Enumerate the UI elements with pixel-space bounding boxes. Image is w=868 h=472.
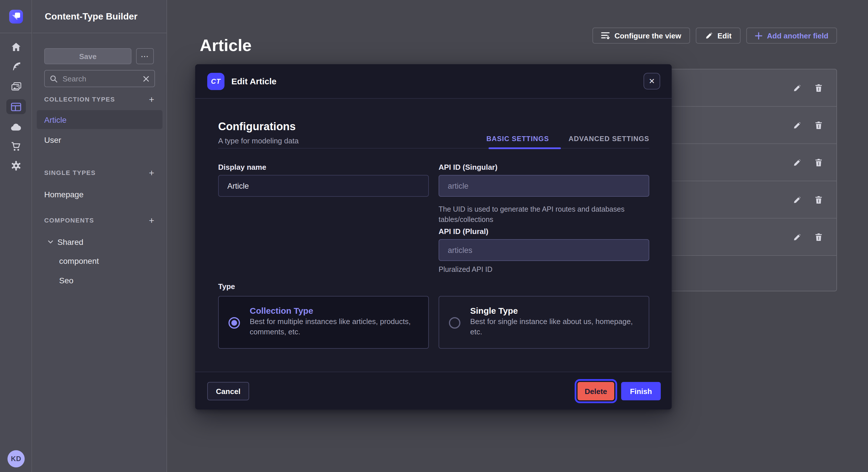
display-name-input[interactable] (218, 175, 429, 197)
add-another-field-button[interactable]: Add another field (746, 28, 837, 43)
api-id-plural-label: API ID (Plural) (439, 227, 649, 236)
cloud-icon[interactable] (0, 119, 32, 135)
marketplace-cart-icon[interactable] (0, 138, 32, 154)
section-title: Configurations (218, 121, 296, 133)
row-delete-trash-icon[interactable] (812, 156, 826, 169)
group-label: Shared (57, 237, 83, 246)
plus-icon (755, 32, 763, 39)
tab-basic-settings[interactable]: BASIC SETTINGS (487, 135, 549, 143)
section-subtitle: A type for modeling data (218, 136, 299, 145)
sidebar-item-homepage[interactable]: Homepage (37, 185, 162, 204)
component-group-shared[interactable]: Shared (48, 232, 83, 251)
option-title: Collection Type (250, 306, 313, 315)
row-delete-trash-icon[interactable] (812, 193, 826, 206)
content-type-builder-icon (11, 102, 21, 111)
search-icon (50, 75, 57, 82)
option-title: Single Type (470, 306, 518, 315)
api-id-plural-help: Pluralized API ID (439, 264, 649, 275)
configure-view-label: Configure the view (615, 31, 681, 40)
sidebar-item-article[interactable]: Article (37, 110, 162, 129)
more-actions-button[interactable]: ⋯ (136, 48, 154, 64)
sidebar-item-label: component (59, 256, 99, 265)
home-icon[interactable] (0, 39, 32, 55)
user-avatar[interactable]: KD (7, 450, 25, 467)
single-type-option[interactable]: Single Type Best for single instance lik… (439, 296, 649, 349)
page-title: Article (200, 36, 252, 55)
add-field-label: Add another field (767, 31, 828, 40)
sidebar-item-user[interactable]: User (37, 130, 162, 149)
tabs-divider (218, 148, 649, 148)
row-edit-pencil-icon[interactable] (790, 156, 804, 169)
tab-advanced-settings[interactable]: ADVANCED SETTINGS (569, 135, 649, 143)
settings-gear-icon[interactable] (0, 158, 32, 174)
clear-search-icon[interactable] (143, 75, 149, 82)
components-label: COMPONENTS (44, 217, 94, 224)
save-button[interactable]: Save (44, 48, 131, 64)
cancel-button[interactable]: Cancel (207, 382, 249, 400)
edit-button[interactable]: Edit (696, 28, 741, 43)
option-description: Best for multiple instances like article… (250, 316, 420, 337)
radio-selected-icon (228, 317, 240, 329)
add-component-button[interactable]: + (147, 216, 156, 225)
sidebar-item-label: Homepage (44, 190, 84, 199)
sidebar-item-component[interactable]: component (59, 251, 99, 270)
add-single-type-button[interactable]: + (147, 168, 156, 177)
sidebar-item-label: Seo (59, 276, 73, 285)
content-type-badge: CT (207, 73, 224, 90)
delete-button[interactable]: Delete (578, 382, 614, 400)
pencil-icon (705, 32, 713, 40)
ctb-subnav: Content-Type Builder Save ⋯ COLLECTION T… (33, 0, 167, 472)
api-id-singular-label: API ID (Singular) (439, 163, 649, 171)
single-types-label: SINGLE TYPES (44, 169, 96, 176)
row-edit-pencil-icon[interactable] (790, 230, 804, 244)
radio-unselected-icon (449, 317, 460, 329)
close-icon[interactable]: ✕ (644, 73, 660, 90)
collection-type-option[interactable]: Collection Type Best for multiple instan… (218, 296, 429, 349)
add-collection-type-button[interactable]: + (147, 95, 156, 104)
display-name-label: Display name (218, 163, 429, 171)
content-type-builder-nav-active[interactable] (6, 99, 26, 114)
strapi-logo[interactable] (9, 10, 23, 24)
strapi-logo-mark-shade (12, 15, 17, 20)
search-field[interactable] (44, 70, 155, 87)
row-edit-pencil-icon[interactable] (790, 118, 804, 132)
rail-header-divider (0, 33, 32, 33)
sidebar-item-label: Article (44, 115, 67, 124)
chevron-down-icon (48, 239, 53, 245)
edit-content-type-modal: CT Edit Article ✕ Configurations A type … (195, 64, 672, 409)
app-root: KD Content-Type Builder Save ⋯ COLLECTIO… (0, 0, 868, 472)
configure-view-icon (601, 32, 610, 40)
icon-rail: KD (0, 0, 32, 472)
modal-body: Configurations A type for modeling data … (195, 99, 672, 372)
subnav-header-divider (33, 33, 166, 33)
sidebar-item-label: User (44, 135, 61, 144)
modal-footer: Cancel Delete Finish (195, 372, 672, 409)
content-manager-feather-icon[interactable] (0, 59, 32, 74)
option-description: Best for single instance like about us, … (470, 316, 641, 337)
row-delete-trash-icon[interactable] (812, 230, 826, 244)
modal-title: Edit Article (231, 64, 276, 99)
finish-button[interactable]: Finish (621, 382, 661, 400)
api-id-singular-input (439, 175, 649, 197)
row-edit-pencil-icon[interactable] (790, 81, 804, 95)
modal-header: CT Edit Article ✕ (195, 64, 672, 99)
active-tab-underline (489, 147, 561, 149)
settings-tabs: BASIC SETTINGS ADVANCED SETTINGS (487, 135, 649, 143)
sidebar-item-seo[interactable]: Seo (59, 271, 73, 290)
api-id-singular-help: The UID is used to generate the API rout… (439, 204, 649, 225)
row-edit-pencil-icon[interactable] (790, 193, 804, 206)
subnav-title: Content-Type Builder (45, 0, 137, 33)
row-delete-trash-icon[interactable] (812, 118, 826, 132)
media-library-icon[interactable] (0, 78, 32, 95)
type-label: Type (218, 282, 429, 291)
row-delete-trash-icon[interactable] (812, 81, 826, 95)
api-id-plural-input (439, 239, 649, 261)
search-input[interactable] (61, 74, 139, 83)
edit-label: Edit (717, 31, 732, 40)
collection-types-label: COLLECTION TYPES (44, 96, 115, 103)
configure-view-button[interactable]: Configure the view (592, 28, 690, 43)
